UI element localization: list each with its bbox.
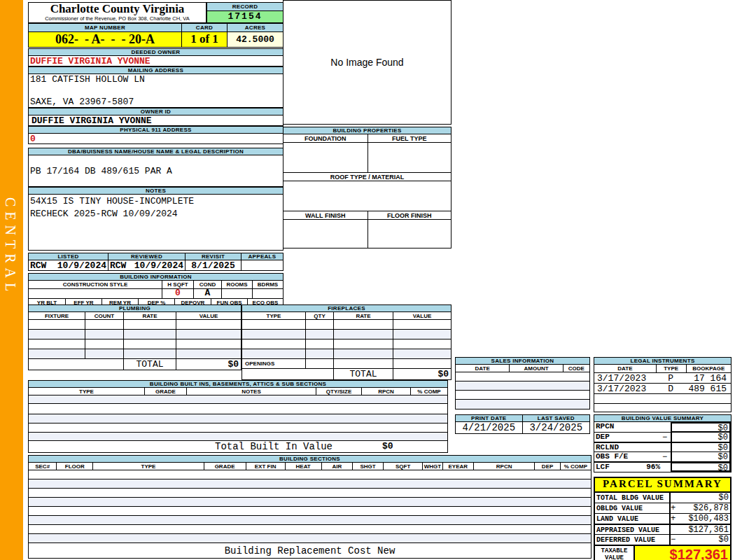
mailing-line1: 181 CATFISH HOLLOW LN [30,74,283,85]
map-number-value[interactable]: 062- - A- - - 20-A [28,32,182,48]
mailing-address-box[interactable]: 181 CATFISH HOLLOW LN SAXE, VA 23967-580… [28,74,284,108]
table-row [29,488,591,497]
ps-value: $0 [679,535,730,545]
roof-type-value[interactable] [284,181,451,211]
plumbing-total-value: $0 [176,359,241,370]
mailing-line2: SAXE, VA 23967-5807 [30,97,283,107]
physical-911-value[interactable]: 0 [28,134,284,144]
col-fp-type: TYPE [242,312,305,319]
roof-type-label: ROOF TYPE / MATERIAL [284,173,451,181]
notes-box[interactable]: 54X15 IS TINY HOUSE-INCOMPLETE RECHECK 2… [28,195,284,251]
floor-finish-value[interactable] [368,220,451,248]
table-row [29,414,447,423]
notes-label: NOTES [28,187,284,195]
listed-value[interactable]: RCW10/9/2024 [28,260,108,271]
col-whgt: WHGT [422,463,442,470]
summary-row: OBS F/E − $0 [594,451,731,461]
owner-id-value[interactable]: DUFFIE VIRGINIA YVONNE [28,115,284,126]
vs-pct: 96% [646,463,660,472]
col-rpcn: RPCN [473,463,534,470]
table-row [594,403,731,412]
col-bi-rpcn: RPCN [361,388,410,395]
acres-label: ACRES [227,23,284,32]
h-sqft-value[interactable]: 0 [162,289,193,298]
legal-instruments-label: LEGAL INSTRUMENTS [594,357,732,365]
record-value[interactable]: 17154 [206,11,284,23]
legal-instruments: LEGAL INSTRUMENTS DATE TYPE BOOKPAGE 3/1… [594,357,732,412]
ps-value: $0 [679,493,730,503]
revisit-label: REVISIT [186,253,241,260]
sales-information-label: SALES INFORMATION [455,357,590,365]
reviewed-date: 10/9/2024 [134,260,183,270]
rooms-value[interactable] [221,289,252,298]
foundation-value[interactable] [284,143,368,172]
dba-label: DBA/BUISNESS NAME/HOUSE NAME & LEGAL DES… [28,148,284,155]
openings-label: OPENINGS [242,359,305,368]
building-sections-label: BUILDING SECTIONS [28,455,592,463]
building-properties: BUILDING PROPERTIES FOUNDATION FUEL TYPE… [283,127,451,248]
fireplaces-total-label: TOTAL [333,369,393,379]
building-sections-footer: Building Replacement Cost New [29,542,591,558]
reviewed-value[interactable]: RCW10/9/2024 [108,260,186,271]
ps-op: − [671,535,679,545]
ps-op [671,493,679,503]
construction-style-value[interactable] [29,289,162,298]
deeded-owner-label: DEEDED OWNER [28,48,284,56]
vs-label: OBS F/E [594,452,662,461]
vs-value: $0 [671,443,731,451]
col-eyear: EYEAR [442,463,473,470]
fuel-type-value[interactable] [368,143,451,172]
li-type: P [656,373,686,383]
col-floor: FLOOR [56,463,92,470]
foundation-label: FOUNDATION [284,134,368,142]
li-type: D [656,384,686,393]
col-sale-date: DATE [456,365,509,372]
col-shgt: SHGT [352,463,383,470]
vs-label: LCF [596,463,610,472]
record-label: RECORD [206,2,284,11]
table-row [29,424,447,432]
col-li-type: TYPE [656,365,686,372]
vs-op [662,422,671,432]
vs-op: − [662,433,671,442]
cond-value[interactable]: A [193,289,221,298]
parcel-row: TOTAL BLDG VALUE $0 [595,493,730,503]
legal-description-box[interactable]: PB 17/164 DB 489/615 PAR A [28,155,284,187]
acres-value[interactable]: 42.5000 [227,32,284,48]
col-bi-qty: QTY/SIZE [316,388,361,395]
card-label: CARD [182,23,227,32]
deeded-owner-value[interactable]: DUFFIE VIRGINIA YVONNE [28,56,284,66]
print-date-value: 4/21/2025 [455,422,523,434]
col-rooms: ROOMS [221,281,252,288]
summary-row: LCF 96% $0 [594,461,731,472]
col-sqft: SQFT [383,463,422,470]
card-value[interactable]: 1 of 1 [182,32,227,48]
col-rate: RATE [123,312,176,319]
col-sale-amount: AMOUNT [509,365,562,372]
built-ins-section: BUILDING BUILT INS, BASEMENTS, ATTICS & … [28,380,448,453]
building-information-label: BUILDING INFORMATION [28,273,284,281]
table-row [29,515,591,524]
mailing-address-label: MAILING ADDRESS [28,66,284,74]
district-label: CENTRAL [2,197,18,296]
plumbing-label: PLUMBING [28,304,241,312]
col-fixture: FIXTURE [29,312,85,319]
appeals-value[interactable] [241,260,284,271]
col-comp: % COMP [560,463,591,470]
col-construction-style: CONSTRUCTION STYLE [29,281,162,288]
col-h-sqft: H SQFT [162,281,193,288]
table-row [456,399,589,409]
revisit-value[interactable]: 8/1/2025 [186,260,241,271]
col-dep: DEP [534,463,559,470]
wall-finish-value[interactable] [284,220,368,248]
vs-op [662,463,671,472]
col-grade: GRADE [204,463,246,470]
listed-date: 10/9/2024 [57,260,106,270]
col-bi-grade: GRADE [144,388,186,395]
openings-value[interactable] [305,359,333,368]
built-ins-total-label: Total Built In Value [186,441,361,452]
ps-op: + [671,503,679,513]
bdrms-value[interactable] [252,289,283,298]
table-row [29,433,447,440]
ps-op [671,525,679,534]
